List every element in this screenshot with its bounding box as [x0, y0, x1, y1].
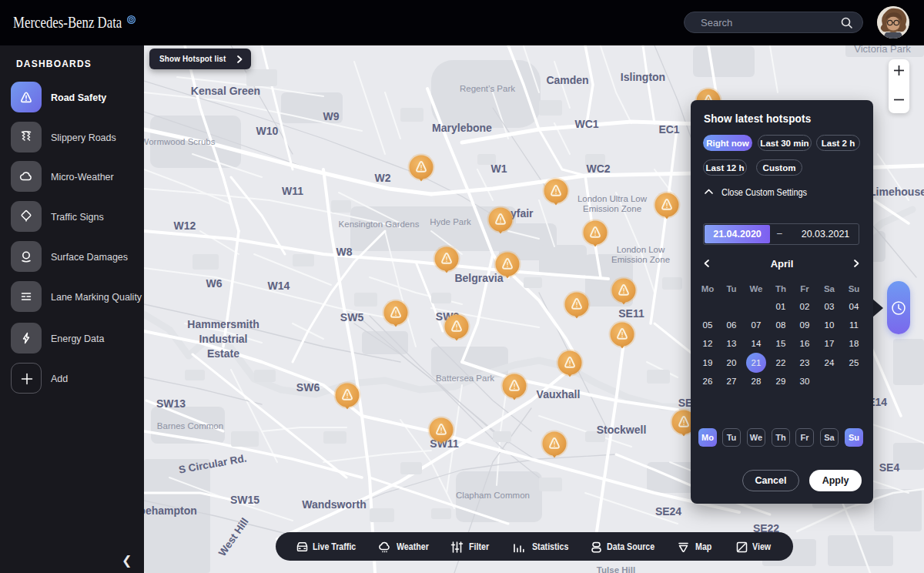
svg-text:Vauxhall: Vauxhall [537, 388, 581, 400]
svg-text:London Ultra Low: London Ultra Low [578, 194, 648, 203]
svg-text:WC1: WC1 [574, 118, 598, 130]
svg-text:SE4: SE4 [879, 461, 900, 474]
svg-text:Islington: Islington [621, 71, 665, 83]
svg-text:W8: W8 [336, 246, 353, 258]
svg-text:London Low: London Low [617, 245, 665, 254]
svg-text:Kensington Gardens: Kensington Gardens [339, 219, 420, 229]
svg-text:Camden: Camden [546, 74, 588, 86]
svg-text:Kensal Green: Kensal Green [191, 85, 260, 97]
svg-text:Wandsworth: Wandsworth [302, 498, 366, 511]
svg-text:Tulse Hill: Tulse Hill [597, 565, 635, 573]
svg-text:Marylebone: Marylebone [432, 122, 492, 134]
svg-text:Emission Zone: Emission Zone [583, 204, 641, 213]
svg-text:W11: W11 [282, 185, 303, 197]
svg-text:Barnes Common: Barnes Common [157, 421, 223, 431]
svg-text:Emission Zone: Emission Zone [611, 255, 670, 264]
svg-text:SW15: SW15 [230, 494, 259, 506]
svg-text:W1: W1 [491, 163, 507, 175]
svg-text:W12: W12 [174, 219, 196, 232]
svg-text:Industrial: Industrial [199, 333, 247, 345]
svg-text:Clapham Common: Clapham Common [456, 491, 530, 500]
svg-text:SW6: SW6 [296, 381, 320, 394]
svg-text:W14: W14 [268, 280, 290, 292]
svg-text:Regent’s Park: Regent’s Park [460, 84, 515, 93]
svg-text:Limehouse: Limehouse [869, 186, 924, 198]
svg-text:W6: W6 [206, 277, 223, 290]
svg-text:SW13: SW13 [156, 397, 186, 410]
svg-text:Hyde Park: Hyde Park [430, 217, 471, 226]
svg-text:W2: W2 [375, 172, 391, 184]
svg-text:SW5: SW5 [340, 311, 364, 323]
svg-text:Roehampton: Roehampton [144, 504, 197, 517]
svg-text:Wormwood Scrubs: Wormwood Scrubs [144, 137, 216, 146]
svg-text:SE11: SE11 [618, 307, 644, 320]
svg-text:WC2: WC2 [586, 163, 610, 175]
svg-text:Estate: Estate [207, 347, 239, 360]
svg-text:Victoria Park: Victoria Park [854, 45, 911, 55]
svg-text:Belgravia: Belgravia [454, 272, 503, 284]
svg-text:EC1: EC1 [658, 123, 679, 136]
svg-text:SE24: SE24 [655, 505, 681, 518]
svg-text:Hammersmith: Hammersmith [187, 318, 259, 330]
svg-text:Stockwell: Stockwell [597, 424, 647, 436]
svg-text:W10: W10 [256, 125, 279, 137]
svg-text:Battersea Park: Battersea Park [436, 374, 494, 383]
svg-text:W9: W9 [323, 110, 340, 122]
